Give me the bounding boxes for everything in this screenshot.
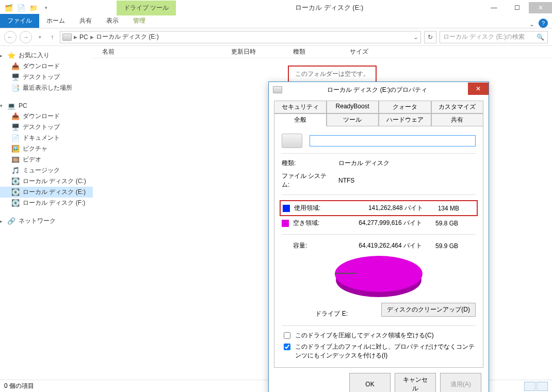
address-bar: ← → ▾ ↑ ▶ PC ▶ ローカル ディスク (E:) ⌄ ↻ ローカル デ…	[0, 28, 552, 46]
column-name[interactable]: 名前	[98, 47, 227, 56]
used-swatch	[283, 205, 290, 212]
tab-general[interactable]: 全般	[274, 113, 327, 126]
search-input[interactable]: ローカル ディスク (E:)の検索 🔍	[440, 31, 548, 43]
cancel-button[interactable]: キャンセル	[395, 373, 436, 392]
dialog-titlebar[interactable]: ローカル ディスク (E:)のプロパティ ✕	[269, 82, 489, 97]
contextual-tab-label: ドライブ ツール	[117, 1, 176, 15]
breadcrumb[interactable]: ▶ PC ▶ ローカル ディスク (E:) ⌄	[60, 31, 421, 43]
ribbon-expand-icon[interactable]: ⌄	[525, 21, 539, 28]
index-checkbox[interactable]	[284, 344, 290, 350]
desktop-icon: 🖥️	[11, 73, 20, 81]
column-headers: 名前 更新日時 種類 サイズ	[93, 46, 552, 58]
nav-fav-downloads[interactable]: 📥ダウンロード	[0, 61, 93, 72]
network-icon: 🔗	[7, 217, 15, 225]
crumb-pc[interactable]: PC	[79, 34, 88, 41]
nav-pc-local-f[interactable]: 💽ローカル ディスク (F:)	[0, 198, 93, 208]
nav-pc-documents[interactable]: 📄ドキュメント	[0, 133, 93, 143]
chevron-right-icon[interactable]: ▶	[90, 35, 94, 40]
status-item-count: 0 個の項目	[4, 382, 34, 390]
refresh-button[interactable]: ↻	[424, 31, 436, 43]
tab-manage[interactable]: 管理	[126, 14, 153, 28]
qat-properties-icon[interactable]: 📄	[15, 2, 27, 13]
dialog-buttons: OK キャンセル 適用(A)	[269, 368, 489, 392]
document-icon: 📄	[11, 134, 20, 142]
recent-icon: 📑	[11, 84, 20, 92]
crumb-drive[interactable]: ローカル ディスク (E:)	[96, 32, 159, 41]
dialog-close-button[interactable]: ✕	[468, 83, 489, 95]
minimize-button[interactable]: —	[482, 2, 506, 13]
nav-favorites[interactable]: ▸⭐お気に入り	[0, 50, 93, 61]
app-icon: 🗂️	[3, 2, 14, 13]
tab-home[interactable]: ホーム	[39, 14, 72, 28]
index-label: このドライブ上のファイルに対し、プロパティだけでなくコンテンツにもインデックスを…	[295, 342, 476, 360]
nav-pc-desktop[interactable]: 🖥️デスクトップ	[0, 122, 93, 133]
search-placeholder: ローカル ディスク (E:)の検索	[443, 32, 525, 41]
icons-view-button[interactable]	[537, 382, 548, 391]
close-button[interactable]: ✕	[529, 2, 552, 13]
tab-quota[interactable]: クォータ	[379, 101, 431, 113]
free-bytes: 64,277,999,616 バイト	[350, 219, 422, 227]
nav-pc[interactable]: ▾💻PC	[0, 101, 93, 111]
ok-button[interactable]: OK	[349, 373, 391, 392]
title-bar: 🗂️ 📄 📁 ▾ ドライブ ツール ローカル ディスク (E:) — ☐ ✕	[0, 0, 552, 15]
column-date[interactable]: 更新日時	[227, 47, 289, 56]
free-size: 59.8 GB	[422, 220, 458, 227]
pc-icon: 💻	[7, 102, 15, 110]
details-view-button[interactable]	[524, 382, 535, 391]
search-icon: 🔍	[537, 34, 544, 41]
up-button[interactable]: ↑	[47, 34, 57, 41]
ribbon-tabs: ファイル ホーム 共有 表示 管理 ⌄ ?	[0, 15, 552, 28]
nav-pc-music[interactable]: 🎵ミュージック	[0, 165, 93, 176]
type-value: ローカル ディスク	[338, 159, 389, 168]
used-size: 134 MB	[423, 205, 459, 212]
chevron-right-icon[interactable]: ▶	[74, 35, 77, 40]
nav-pc-local-e[interactable]: 💽ローカル ディスク (E:)	[0, 187, 93, 198]
drive-icon: 💽	[11, 199, 20, 207]
chevron-down-icon[interactable]: ⌄	[413, 34, 418, 41]
nav-fav-desktop[interactable]: 🖥️デスクトップ	[0, 72, 93, 83]
tab-security[interactable]: セキュリティ	[274, 101, 327, 113]
qat-newfolder-icon[interactable]: 📁	[28, 2, 39, 13]
tab-file[interactable]: ファイル	[0, 14, 39, 28]
capacity-label: 容量:	[293, 241, 350, 250]
qat-dropdown-icon[interactable]: ▾	[40, 2, 52, 13]
forward-button[interactable]: →	[20, 31, 32, 43]
tab-customize[interactable]: カスタマイズ	[431, 101, 484, 113]
tab-view[interactable]: 表示	[99, 14, 126, 28]
tab-readyboost[interactable]: ReadyBoost	[327, 101, 379, 113]
tab-tools[interactable]: ツール	[327, 113, 379, 126]
maximize-button[interactable]: ☐	[506, 2, 529, 13]
download-icon: 📥	[11, 112, 20, 121]
usage-pie-chart: ドライブ E: ディスクのクリーンアップ(D)	[282, 252, 476, 320]
disk-cleanup-button[interactable]: ディスクのクリーンアップ(D)	[381, 303, 476, 317]
column-size[interactable]: サイズ	[346, 47, 387, 56]
dialog-tabs: セキュリティ ReadyBoost クォータ カスタマイズ 全般 ツール ハード…	[269, 97, 489, 126]
nav-pc-pictures[interactable]: 🖼️ピクチャ	[0, 143, 93, 154]
apply-button[interactable]: 適用(A)	[440, 373, 481, 392]
nav-pc-downloads[interactable]: 📥ダウンロード	[0, 111, 93, 122]
free-label: 空き領域:	[293, 219, 350, 227]
tab-hardware[interactable]: ハードウェア	[379, 113, 431, 126]
tab-sharing[interactable]: 共有	[431, 113, 484, 126]
compress-checkbox[interactable]	[284, 332, 290, 339]
back-button[interactable]: ←	[4, 31, 17, 43]
volume-name-input[interactable]	[310, 135, 476, 146]
window-buttons: — ☐ ✕	[482, 2, 552, 13]
nav-pc-videos[interactable]: 🎞️ビデオ	[0, 154, 93, 165]
dialog-body: 種類:ローカル ディスク ファイル システム:NTFS 使用領域: 141,26…	[274, 126, 483, 368]
nav-fav-recent[interactable]: 📑最近表示した場所	[0, 83, 93, 93]
recent-locations-icon[interactable]: ▾	[35, 35, 44, 40]
index-checkbox-row[interactable]: このドライブ上のファイルに対し、プロパティだけでなくコンテンツにもインデックスを…	[282, 342, 476, 360]
used-label: 使用領域:	[294, 204, 351, 213]
compress-checkbox-row[interactable]: このドライブを圧縮してディスク領域を空ける(C)	[282, 331, 476, 340]
help-icon[interactable]: ?	[539, 19, 548, 28]
drive-large-icon	[282, 134, 302, 148]
nav-pc-local-c[interactable]: 💽ローカル ディスク (C:)	[0, 176, 93, 187]
tab-share[interactable]: 共有	[72, 14, 99, 28]
free-swatch	[282, 220, 289, 227]
used-space-highlight: 使用領域: 141,262,848 バイト 134 MB	[280, 200, 478, 216]
filesystem-value: NTFS	[338, 177, 354, 184]
view-buttons	[524, 382, 548, 391]
column-type[interactable]: 種類	[289, 47, 346, 56]
nav-network[interactable]: ▸🔗ネットワーク	[0, 216, 93, 226]
